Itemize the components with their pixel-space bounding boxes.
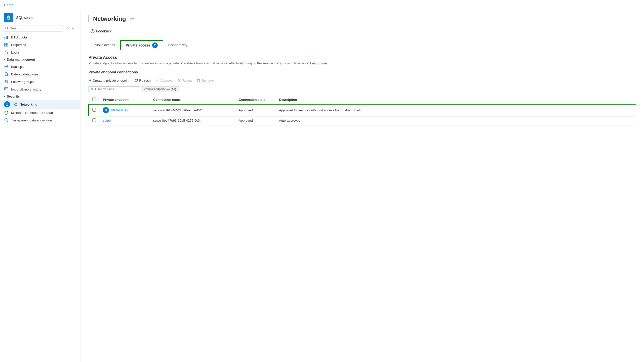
sidebar-search-box[interactable]	[3, 25, 63, 31]
svg-rect-12	[5, 73, 8, 76]
row2-endpoint-cell: sqlpe	[99, 116, 150, 125]
content-inner: Networking ☆ ··· Feedback Pu	[80, 10, 644, 130]
page-header: Networking ☆ ···	[89, 15, 636, 23]
row1-endpoint-link[interactable]: saravi.sqlPE	[111, 108, 130, 112]
table-row: sqlpe sqlpe-8ed47e93-10b5-4272-9c3... Ap…	[89, 116, 636, 125]
row2-endpoint-link[interactable]: sqlpe	[103, 119, 111, 122]
app-container: Home S SQL server	[0, 0, 644, 362]
sidebar-scroll: DTU quota Properties Locks	[0, 33, 80, 362]
svg-text:S: S	[8, 17, 9, 19]
plus-icon: +	[89, 78, 91, 83]
svg-rect-6	[5, 43, 6, 44]
tde-icon	[4, 118, 9, 122]
remove-btn[interactable]: Remove	[196, 78, 214, 83]
col-header-desc: Description	[275, 95, 636, 105]
more-options-btn[interactable]: ···	[137, 15, 143, 23]
sidebar-item-networking[interactable]: 1 Networking	[0, 100, 80, 109]
refresh-btn[interactable]: Refresh	[134, 78, 151, 83]
row1-connection-name: saravi.sqlPE-4d521696-ac6a-452...	[153, 108, 205, 112]
private-access-desc-text: Private endpoints allow access to this r…	[89, 61, 309, 65]
row1-check-cell	[89, 105, 99, 116]
svg-point-28	[92, 32, 93, 32]
svg-rect-8	[5, 45, 6, 46]
row2-desc-cell: Auto-approved	[275, 116, 636, 125]
tab-private-access-label: Private access	[126, 43, 150, 47]
svg-point-1	[6, 27, 8, 29]
svg-rect-31	[197, 80, 200, 82]
svg-rect-7	[7, 43, 8, 44]
dtu-quota-label: DTU quota	[11, 35, 27, 39]
learn-more-link[interactable]: Learn more	[310, 61, 327, 65]
sidebar-item-backups[interactable]: Backups	[0, 63, 80, 70]
col-header-state: Connection state	[235, 95, 275, 105]
reject-btn[interactable]: Reject	[177, 78, 192, 83]
tab-private-access[interactable]: Private access 2	[120, 40, 163, 50]
refresh-label: Refresh	[139, 79, 151, 82]
row2-state-cell: Approved	[235, 116, 275, 125]
defender-label: Microsoft Defender for Cloud	[11, 111, 53, 115]
locks-icon	[4, 50, 9, 55]
failover-groups-label: Failover groups	[11, 80, 34, 84]
row2-connname-cell: sqlpe-8ed47e93-10b5-4272-9c3...	[150, 116, 235, 125]
col-header-check	[89, 95, 99, 105]
security-chevron: ▾	[4, 95, 5, 98]
sidebar-collapse-btn[interactable]: «	[71, 25, 75, 31]
sidebar-item-locks[interactable]: Locks	[0, 49, 80, 56]
row1-connname-cell: saravi.sqlPE-4d521696-ac6a-452...	[150, 105, 235, 116]
sidebar-item-import-export[interactable]: Import/Export history	[0, 85, 80, 93]
row1-endpoint-cell: 3 saravi.sqlPE	[99, 105, 150, 116]
reject-icon	[178, 79, 181, 82]
sidebar-item-deleted-databases[interactable]: Deleted databases	[0, 70, 80, 78]
networking-label: Networking	[20, 103, 37, 106]
svg-rect-3	[5, 37, 5, 39]
sidebar-section-data-management[interactable]: ▾ Data management	[0, 56, 80, 63]
filter-bar: Private endpoint == (All)	[89, 86, 636, 92]
connections-title: Private endpoint connections	[89, 70, 636, 74]
svg-rect-22	[15, 103, 17, 104]
tab-connectivity[interactable]: Connectivity	[163, 40, 192, 50]
table-header: Private endpoint Connection name Connect…	[89, 95, 636, 105]
properties-icon	[4, 42, 9, 47]
svg-rect-9	[7, 45, 8, 46]
feedback-icon	[91, 29, 95, 33]
sidebar-item-tde[interactable]: Transparent data encryption	[0, 116, 80, 124]
tab-connectivity-label: Connectivity	[168, 43, 187, 47]
header-actions: ☆ ···	[129, 15, 143, 23]
sidebar-item-properties[interactable]: Properties	[0, 41, 80, 49]
row1-checkbox[interactable]	[92, 108, 96, 112]
sidebar-header: S SQL server	[0, 10, 80, 24]
filter-search-input[interactable]	[95, 87, 137, 91]
select-all-checkbox[interactable]	[92, 98, 96, 101]
data-management-label: Data management	[7, 58, 35, 61]
col-header-endpoint: Private endpoint	[99, 95, 150, 105]
approve-btn[interactable]: Approve	[155, 78, 173, 83]
tab-public-access[interactable]: Public access	[89, 40, 120, 50]
filter-tag: Private endpoint == (All)	[141, 86, 179, 92]
sidebar-search-input[interactable]	[10, 26, 61, 30]
feedback-button[interactable]: Feedback	[89, 28, 113, 34]
locks-label: Locks	[11, 51, 20, 54]
svg-point-11	[5, 65, 8, 67]
favorite-btn[interactable]: ☆	[129, 15, 135, 23]
filter-search-icon	[91, 88, 94, 91]
svg-rect-23	[15, 105, 17, 106]
private-access-title: Private Access	[89, 55, 636, 60]
svg-rect-10	[5, 52, 8, 54]
approve-label: Approve	[160, 79, 173, 82]
filter-search-box[interactable]	[89, 86, 139, 92]
sidebar-item-defender[interactable]: Microsoft Defender for Cloud	[0, 109, 80, 116]
create-endpoint-btn[interactable]: + Create a private endpoint	[89, 77, 130, 84]
action-bar: + Create a private endpoint Refresh Appr…	[89, 77, 636, 84]
row2-checkbox[interactable]	[92, 118, 96, 122]
remove-icon	[197, 79, 200, 82]
table-row: 3 saravi.sqlPE saravi.sqlPE-4d521696-ac6…	[89, 105, 636, 116]
col-header-connection-name: Connection name	[150, 95, 235, 105]
sidebar-item-dtu-quota[interactable]: DTU quota	[0, 33, 80, 41]
sidebar-section-security[interactable]: ▾ Security	[0, 93, 80, 100]
sidebar-item-failover-groups[interactable]: Failover groups	[0, 78, 80, 85]
tde-label: Transparent data encryption	[11, 118, 52, 122]
home-link[interactable]: Home	[4, 3, 13, 7]
row2-check-cell	[89, 116, 99, 125]
sidebar-pin-btn[interactable]: ◇	[65, 25, 70, 31]
deleted-databases-icon	[4, 72, 9, 76]
